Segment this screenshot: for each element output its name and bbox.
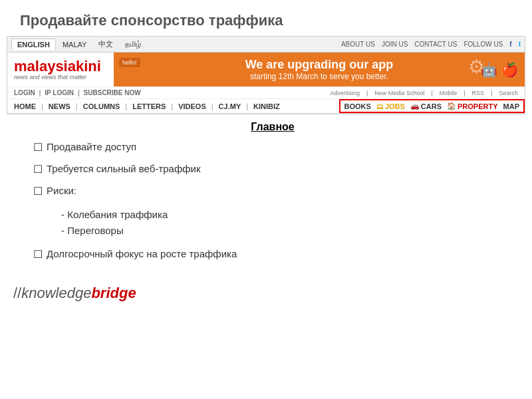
nav-home[interactable]: HOME xyxy=(14,102,36,110)
join-us-link[interactable]: JOIN US xyxy=(382,41,408,48)
content-area: Главное ☐ Продавайте доступ ☐ Требуется … xyxy=(0,114,532,277)
nav-property[interactable]: 🏠 PROPERTY xyxy=(447,102,498,110)
footer-bridge: bridge xyxy=(91,285,136,301)
bullet-3: ☐ Риски: xyxy=(33,185,512,198)
bullet-4-text: Долгосрочный фокус на росте траффика xyxy=(47,248,237,259)
ip-login-link[interactable]: IP LOGIN xyxy=(45,89,74,96)
lang-malay[interactable]: MALAY xyxy=(57,39,92,50)
banner-hello-label: hello! xyxy=(119,58,140,67)
nav-news[interactable]: NEWS xyxy=(49,102,70,110)
bullet-4: ☐ Долгосрочный фокус на росте траффика xyxy=(33,248,512,261)
nav-cjmy[interactable]: CJ.MY xyxy=(219,102,241,110)
bullet-1-text: Продавайте доступ xyxy=(47,141,136,152)
subscribe-link[interactable]: SUBSCRIBE NOW xyxy=(84,89,141,96)
section-title: Главное xyxy=(33,121,512,133)
site-header: malaysiakini news and views that matter … xyxy=(7,53,525,86)
footer-brand: //knowledgebridge xyxy=(0,277,532,310)
banner-subtitle: starting 12th March to serve you better. xyxy=(250,72,388,81)
new-media-school-link[interactable]: New Media School xyxy=(374,90,424,96)
checkbox-2: ☐ xyxy=(33,163,43,176)
logo-area: malaysiakini news and views that matter xyxy=(7,53,114,86)
facebook-icon[interactable]: f xyxy=(509,41,511,48)
nav-right-highlighted: BOOKS 🗂 JOBS 🚗 CARS 🏠 PROPERTY MAP xyxy=(339,99,525,113)
logo: malaysiakini xyxy=(14,59,107,74)
bullet-2-text: Требуется сильный веб-траффик xyxy=(47,163,201,174)
nav-row: HOME | NEWS | COLUMNS | LETTERS | VIDEOS… xyxy=(7,99,525,114)
login-bar: LOGIN | IP LOGIN | SUBSCRIBE NOW Adverti… xyxy=(7,86,525,99)
contact-us-link[interactable]: CONTACT US xyxy=(414,41,457,48)
bullet-1: ☐ Продавайте доступ xyxy=(33,141,512,154)
search-link[interactable]: Search xyxy=(499,90,518,96)
property-icon: 🏠 xyxy=(447,102,456,110)
sep1: | xyxy=(39,89,41,96)
twitter-icon[interactable]: t xyxy=(519,41,521,48)
language-bar: ENGLISH MALAY 中文 தமிழ் ABOUT US JOIN US … xyxy=(7,37,525,53)
cars-icon: 🚗 xyxy=(410,102,420,110)
sep: | xyxy=(464,90,465,96)
mobile-link[interactable]: Mobile xyxy=(440,90,458,96)
lang-bar-right-links: ABOUT US JOIN US CONTACT US FOLLOW US f … xyxy=(341,41,521,48)
checkbox-1: ☐ xyxy=(33,141,43,154)
banner: hello! We are upgrading our app starting… xyxy=(114,53,525,86)
nav-cars[interactable]: 🚗 CARS xyxy=(410,102,442,110)
lang-tamil[interactable]: தமிழ் xyxy=(120,39,146,50)
page-title: Продавайте спонсорство траффика xyxy=(20,12,512,29)
nav-links: HOME | NEWS | COLUMNS | LETTERS | VIDEOS… xyxy=(7,99,287,113)
bullet-2: ☐ Требуется сильный веб-траффик xyxy=(33,163,512,176)
sep2: | xyxy=(78,89,80,96)
follow-us-link[interactable]: FOLLOW US xyxy=(464,41,503,48)
sub-item-2: - Переговоры xyxy=(61,223,512,239)
nav-columns[interactable]: COLUMNS xyxy=(83,102,120,110)
checkbox-3: ☐ xyxy=(33,185,43,198)
logo-kini: kini xyxy=(76,58,101,74)
sep: | xyxy=(491,90,492,96)
sub-items: - Колебания траффика - Переговоры xyxy=(61,207,512,239)
rss-link[interactable]: RSS xyxy=(472,90,485,96)
nav-videos[interactable]: VIDEOS xyxy=(178,102,206,110)
advertising-link[interactable]: Advertising xyxy=(330,90,360,96)
banner-icons: 🤖 🍎 xyxy=(481,62,518,78)
sep: | xyxy=(431,90,432,96)
page-title-area: Продавайте спонсорство траффика xyxy=(0,0,532,36)
android-icon: 🤖 xyxy=(481,62,497,78)
login-bar-right: Advertising | New Media School | Mobile … xyxy=(330,90,518,96)
sep: | xyxy=(366,90,368,96)
checkbox-4: ☐ xyxy=(33,248,43,261)
lang-english[interactable]: ENGLISH xyxy=(11,39,56,50)
footer-slashes: // xyxy=(13,285,21,301)
banner-title: We are upgrading our app xyxy=(245,58,394,72)
sub-item-1: - Колебания траффика xyxy=(61,207,512,223)
login-link[interactable]: LOGIN xyxy=(14,89,35,96)
footer-knowledge: knowledge xyxy=(21,285,91,301)
jobs-icon: 🗂 xyxy=(376,102,384,110)
nav-jobs[interactable]: 🗂 JOBS xyxy=(376,102,405,110)
nav-letters[interactable]: LETTERS xyxy=(132,102,166,110)
nav-kinibiz[interactable]: KINIBIZ xyxy=(253,102,280,110)
nav-map[interactable]: MAP xyxy=(503,102,519,110)
apple-icon: 🍎 xyxy=(501,62,518,78)
bullet-3-text: Риски: xyxy=(47,185,76,196)
about-us-link[interactable]: ABOUT US xyxy=(341,41,375,48)
lang-chinese[interactable]: 中文 xyxy=(93,38,118,51)
logo-malaysia: malaysia xyxy=(14,58,76,74)
logo-tagline: news and views that matter xyxy=(14,74,107,80)
nav-books[interactable]: BOOKS xyxy=(344,102,371,110)
site-mockup: ENGLISH MALAY 中文 தமிழ் ABOUT US JOIN US … xyxy=(7,36,525,114)
